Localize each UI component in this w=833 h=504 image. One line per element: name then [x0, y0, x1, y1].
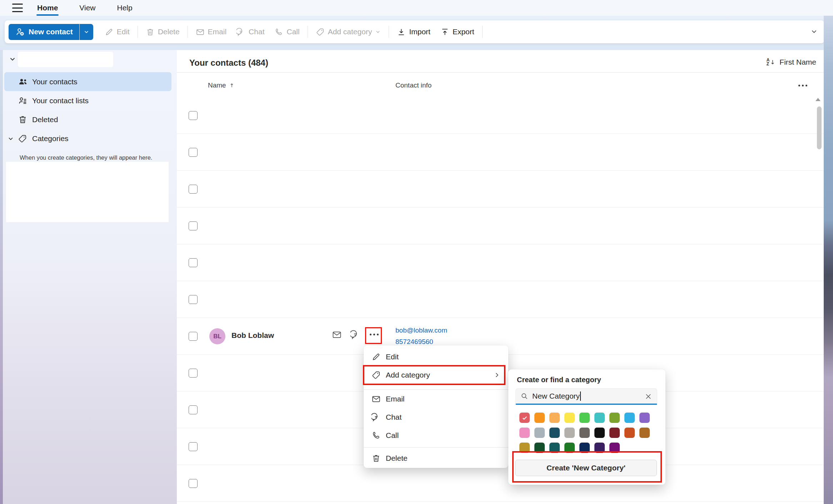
- edit-button[interactable]: Edit: [100, 24, 135, 40]
- menu-separator: [364, 447, 508, 448]
- sidebar-item-your-contact-lists[interactable]: Your contact lists: [4, 91, 171, 110]
- color-swatch[interactable]: [639, 428, 650, 438]
- color-swatch[interactable]: [594, 413, 605, 423]
- color-swatch[interactable]: [594, 428, 605, 438]
- color-swatch[interactable]: [579, 428, 590, 438]
- contact-row[interactable]: [177, 171, 824, 208]
- color-swatch[interactable]: [534, 428, 545, 438]
- color-swatch[interactable]: [549, 413, 560, 423]
- sidebar-item-categories[interactable]: Categories: [4, 129, 171, 148]
- menu-item-chat[interactable]: Chat: [364, 409, 508, 426]
- background-image-strip: [824, 16, 833, 504]
- sort-button[interactable]: AZ First Name: [767, 58, 816, 66]
- row-email-icon[interactable]: [332, 330, 342, 340]
- flyout-title: Create or find a category: [517, 376, 601, 384]
- contact-row[interactable]: [177, 134, 824, 171]
- tab-view[interactable]: View: [78, 1, 97, 14]
- new-contact-button[interactable]: New contact: [9, 24, 79, 40]
- color-swatch[interactable]: [624, 428, 635, 438]
- chat-button[interactable]: Chat: [231, 24, 269, 40]
- add-category-button[interactable]: Add category: [311, 24, 386, 40]
- column-header-contact-info[interactable]: Contact info: [395, 81, 432, 89]
- sidebar-nav: Your contacts Your contact lists Deleted…: [4, 72, 171, 148]
- import-icon: [397, 28, 406, 36]
- contact-name: Bob Loblaw: [231, 331, 274, 340]
- delete-button[interactable]: Delete: [141, 24, 185, 40]
- row-checkbox[interactable]: [189, 295, 198, 304]
- color-swatch[interactable]: [609, 428, 620, 438]
- color-swatch[interactable]: [609, 413, 620, 423]
- contact-phone-link[interactable]: 8572469560: [395, 338, 433, 346]
- color-swatch[interactable]: [579, 443, 590, 453]
- category-search-input[interactable]: New Category: [515, 388, 657, 405]
- row-chat-icon[interactable]: [350, 330, 360, 340]
- search-input-value: New Category: [532, 392, 580, 400]
- tab-help[interactable]: Help: [116, 1, 134, 14]
- contact-row[interactable]: [177, 244, 824, 281]
- contact-row[interactable]: [177, 281, 824, 318]
- pencil-icon: [105, 28, 114, 36]
- color-swatch[interactable]: [519, 443, 530, 453]
- sort-arrow-up-icon: [229, 82, 235, 89]
- scrollbar-up-arrow[interactable]: [815, 98, 820, 101]
- color-swatch[interactable]: [594, 443, 605, 453]
- column-options-more-icon[interactable]: [797, 81, 808, 89]
- export-button[interactable]: Export: [435, 24, 479, 40]
- color-swatch[interactable]: [624, 413, 635, 423]
- row-checkbox[interactable]: [189, 442, 198, 451]
- color-swatch[interactable]: [519, 428, 530, 438]
- contact-context-menu: Edit Add category Email Chat Call D: [364, 345, 508, 468]
- hamburger-menu-icon[interactable]: [12, 4, 23, 12]
- menu-item-call[interactable]: Call: [364, 427, 508, 444]
- color-swatch[interactable]: [564, 413, 575, 423]
- new-contact-dropdown[interactable]: [79, 24, 93, 40]
- menu-item-email[interactable]: Email: [364, 390, 508, 408]
- sidebar-item-deleted[interactable]: Deleted: [4, 110, 171, 129]
- row-checkbox[interactable]: [189, 148, 198, 157]
- tab-home[interactable]: Home: [36, 1, 59, 14]
- color-swatch-selected[interactable]: [519, 413, 530, 423]
- row-more-options-icon[interactable]: [369, 331, 379, 338]
- row-checkbox[interactable]: [189, 479, 198, 488]
- row-checkbox[interactable]: [189, 111, 198, 120]
- color-swatch[interactable]: [549, 428, 560, 438]
- menu-item-add-category[interactable]: Add category: [364, 366, 508, 384]
- color-swatch[interactable]: [534, 443, 545, 453]
- import-button[interactable]: Import: [392, 24, 435, 40]
- color-swatch[interactable]: [564, 428, 575, 438]
- color-swatch[interactable]: [579, 413, 590, 423]
- page-title: Your contacts (484): [189, 58, 268, 68]
- chevron-down-icon: [810, 28, 818, 35]
- clear-search-icon[interactable]: [644, 392, 653, 401]
- contact-row[interactable]: [177, 97, 824, 134]
- color-swatch[interactable]: [639, 413, 650, 423]
- contact-row[interactable]: [177, 208, 824, 244]
- create-category-button[interactable]: Create 'New Category': [515, 460, 657, 476]
- pencil-icon: [371, 352, 381, 361]
- ribbon-tabs: Home View Help: [36, 1, 134, 14]
- column-header-name[interactable]: Name: [208, 81, 235, 89]
- collapse-chevron-icon[interactable]: [9, 55, 16, 63]
- menu-item-delete[interactable]: Delete: [364, 450, 508, 467]
- contact-row[interactable]: [177, 465, 824, 502]
- chevron-down-icon[interactable]: [7, 135, 14, 142]
- email-button[interactable]: Email: [191, 24, 232, 40]
- row-checkbox[interactable]: [189, 221, 198, 230]
- menu-item-edit[interactable]: Edit: [364, 348, 508, 365]
- color-swatch[interactable]: [549, 443, 560, 453]
- row-checkbox[interactable]: [189, 185, 198, 194]
- sidebar-item-your-contacts[interactable]: Your contacts: [4, 72, 171, 91]
- call-button[interactable]: Call: [269, 24, 304, 40]
- toolbar-overflow-button[interactable]: [810, 28, 818, 35]
- row-checkbox[interactable]: [189, 332, 198, 341]
- color-swatch[interactable]: [609, 443, 620, 453]
- tag-icon: [18, 134, 28, 143]
- row-checkbox[interactable]: [189, 405, 198, 414]
- row-checkbox[interactable]: [189, 369, 198, 378]
- contact-email-link[interactable]: bob@loblaw.com: [395, 326, 447, 334]
- row-checkbox[interactable]: [189, 258, 198, 267]
- color-swatch[interactable]: [564, 443, 575, 453]
- scrollbar-thumb[interactable]: [817, 106, 822, 149]
- color-swatch[interactable]: [534, 413, 545, 423]
- account-name-placeholder[interactable]: [18, 52, 113, 67]
